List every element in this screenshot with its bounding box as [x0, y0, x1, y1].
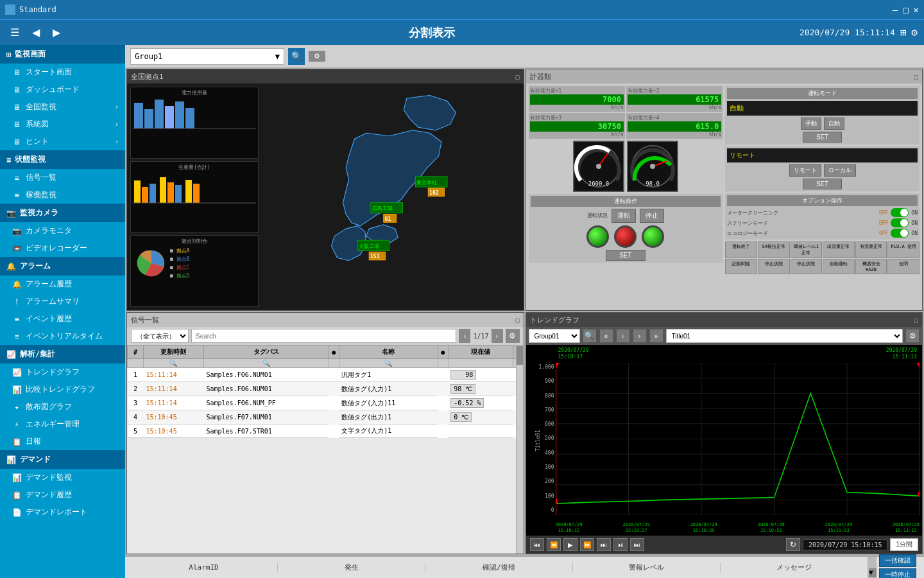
sidebar-section-jotai: ≡ 状態監視 — [0, 150, 125, 169]
trend-group-select[interactable]: Group01 — [529, 329, 580, 343]
right-action-buttons: 一括確認 一時停止 — [877, 553, 919, 579]
trend-title-select[interactable]: Title01 — [666, 329, 903, 343]
red-indicator — [614, 225, 637, 248]
main-layout: ⊞ 監視画面 🖥 スタート画面 🖥 ダッシュボード 🖥 全国監視 › 🖥 系統図… — [0, 45, 924, 578]
bulk-confirm-button[interactable]: 一括確認 — [879, 554, 916, 567]
svg-text:98.0: 98.0 — [646, 180, 660, 187]
window-controls[interactable]: — □ ✕ — [893, 4, 919, 15]
manual-button[interactable]: 手動 — [801, 118, 821, 130]
signal-panel-controls[interactable]: □ — [515, 317, 519, 324]
back-button[interactable]: ◀ — [28, 25, 44, 40]
search-button[interactable]: 🔍 — [288, 48, 305, 65]
scroll-thumb[interactable] — [517, 346, 523, 365]
sidebar-item-camera[interactable]: 📷 カメラモニタ — [0, 222, 125, 240]
settings-button[interactable]: ⚙ — [506, 329, 520, 343]
local-button[interactable]: ローカル — [824, 164, 856, 177]
set-button-2[interactable]: SET — [803, 132, 842, 143]
sidebar-item-keitou[interactable]: 🖥 系統図 › — [0, 116, 125, 133]
sidebar-section-analysis: 📈 解析/集計 — [0, 345, 125, 363]
gauge-svg-1: 2600.0 — [574, 142, 623, 191]
trend-panel-controls[interactable]: □ — [914, 317, 918, 324]
trend-icon: 📈 — [12, 367, 22, 378]
menu-button[interactable]: ☰ — [6, 25, 23, 40]
close-button[interactable]: ✕ — [914, 4, 919, 15]
signal-filter-select[interactable]: （全て表示） — [131, 329, 189, 343]
settings-button[interactable]: ⚙ — [309, 51, 325, 62]
eco-toggle[interactable] — [891, 229, 909, 238]
remote-button[interactable]: リモート — [789, 164, 821, 177]
run-button[interactable]: 運転 — [612, 209, 636, 223]
map-content: 電力使用量 — [127, 83, 524, 310]
trend-fwd-btn[interactable]: ⏩ — [580, 538, 594, 551]
status-row: 運転状況 運転 停止 — [531, 209, 721, 223]
panel-expand-icon[interactable]: □ — [515, 73, 519, 80]
stop-button[interactable]: 停止 — [640, 209, 664, 223]
sidebar-item-signal-list[interactable]: ≡ 信号一覧 — [0, 169, 125, 186]
trend-settings-btn[interactable]: ⚙ — [905, 329, 920, 343]
scrollbar[interactable] — [516, 345, 524, 554]
sidebar-item-demand-history[interactable]: 📋 デマンド履歴 — [0, 486, 125, 504]
auto-button[interactable]: 自動 — [824, 118, 844, 130]
trend-prev-btn[interactable]: ‹ — [616, 329, 630, 343]
sidebar-item-start[interactable]: 🖥 スタート画面 — [0, 64, 125, 81]
trend-begin-btn[interactable]: ⏮ — [530, 538, 544, 551]
trend-search-btn[interactable]: 🔍 — [583, 329, 597, 343]
screen-toggle[interactable] — [891, 218, 909, 227]
trend-play-btn[interactable]: ▶ — [563, 538, 578, 551]
sidebar-item-scatter[interactable]: ✦ 散布図グラフ — [0, 398, 125, 416]
svg-text:東京本社: 東京本社 — [416, 179, 437, 186]
sidebar-item-trend[interactable]: 📈 トレンドグラフ — [0, 363, 125, 381]
sidebar-item-alarm-history[interactable]: 🔔 アラーム履歴 — [0, 276, 125, 293]
meter-toggle[interactable] — [891, 208, 909, 217]
set-button[interactable]: SET — [606, 250, 645, 261]
minimize-button[interactable]: — — [893, 4, 898, 15]
sidebar-item-event-history[interactable]: ≡ イベント履歴 — [0, 310, 125, 328]
sidebar-item-kado-kanshi[interactable]: ≡ 稼働監視 — [0, 186, 125, 204]
sidebar-item-hint[interactable]: 🖥 ヒント › — [0, 133, 125, 150]
grid-view-icon[interactable]: ⊞ — [900, 26, 907, 39]
trend-next-btn[interactable]: › — [633, 329, 647, 343]
scroll-down-btn[interactable]: ▼ — [869, 568, 877, 577]
maximize-button[interactable]: □ — [903, 4, 908, 15]
trend-last-btn[interactable]: ⏭ — [630, 538, 644, 551]
panel-expand-icon[interactable]: □ — [914, 317, 918, 324]
sidebar-item-compare-trend[interactable]: 📊 比較トレンドグラフ — [0, 381, 125, 398]
map-panel-controls[interactable]: □ — [515, 73, 519, 80]
sidebar-item-demand-monitor[interactable]: 📊 デマンド監視 — [0, 469, 125, 486]
green-indicator-2 — [642, 225, 664, 248]
sidebar-item-alarm-summary[interactable]: ! アラームサマリ — [0, 293, 125, 310]
settings-icon[interactable]: ⚙ — [911, 26, 918, 39]
trend-next-next-btn[interactable]: » — [649, 329, 663, 343]
sidebar-item-video[interactable]: 📼 ビデオレコーダー — [0, 240, 125, 257]
signal-panel: 信号一覧 □ （全て表示） ‹ 1/17 — [126, 312, 524, 554]
trend-end-btn[interactable]: ⏭ — [597, 538, 611, 551]
set-btn-row2: SET — [727, 132, 918, 143]
sidebar-item-energy[interactable]: ⚡ エネルギー管理 — [0, 416, 125, 433]
set-button-3[interactable]: SET — [803, 179, 842, 189]
page-indicator: 1/17 — [473, 333, 488, 340]
sidebar-item-daily-report[interactable]: 📋 日報 — [0, 433, 125, 450]
panel-expand-icon[interactable]: □ — [515, 317, 519, 324]
panel-expand-icon[interactable]: □ — [914, 73, 918, 80]
trend-duration-btn[interactable]: 1分間 — [890, 538, 918, 551]
trend-prev-prev-btn[interactable]: « — [599, 329, 613, 343]
signal-search-input[interactable] — [191, 329, 456, 343]
sidebar-item-dashboard[interactable]: 🖥 ダッシュボード — [0, 81, 125, 98]
next-page-btn[interactable]: › — [492, 329, 503, 343]
energy-icon: ⚡ — [12, 419, 22, 430]
trend-refresh-btn[interactable]: ↻ — [786, 538, 800, 551]
sidebar-item-event-realtime[interactable]: ≡ イベントリアルタイム — [0, 328, 125, 345]
prev-page-btn[interactable]: ‹ — [459, 329, 470, 343]
pause-button[interactable]: 一時停止 — [879, 568, 916, 579]
trend-step-btn[interactable]: ⏯ — [613, 538, 628, 551]
trend-back-btn[interactable]: ⏪ — [547, 538, 561, 551]
alarm-scrollbar[interactable]: ▼ — [868, 557, 877, 578]
sidebar-item-demand-report[interactable]: 📄 デマンドレポート — [0, 504, 125, 521]
section-label: 監視画面 — [15, 49, 46, 60]
forward-button[interactable]: ▶ — [49, 25, 64, 40]
keiki-panel-controls[interactable]: □ — [914, 73, 918, 80]
mode-section: 運転モード 自動 手動 自動 SET — [725, 86, 920, 144]
time-label-end: 2020/07/2915:11:11 — [886, 347, 917, 360]
group-select[interactable]: Group1 ▼ — [130, 48, 284, 65]
sidebar-item-zenkoku[interactable]: 🖥 全国監視 › — [0, 98, 125, 116]
